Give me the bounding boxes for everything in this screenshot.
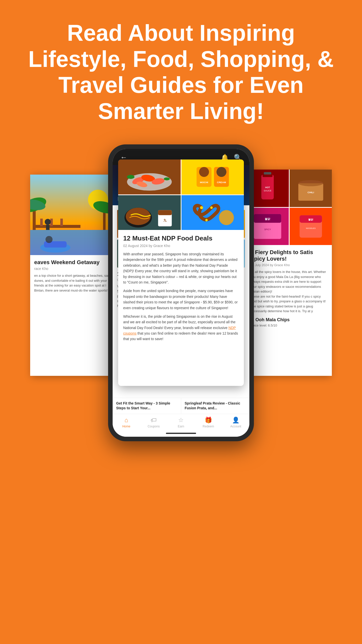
svg-rect-6 [60, 219, 63, 226]
bottom-strip-title-2: Springleaf Prata Review - Classic Fusion… [185, 401, 246, 411]
svg-rect-36 [158, 210, 172, 215]
svg-rect-46 [264, 172, 271, 175]
svg-point-23 [127, 175, 134, 179]
redeem-icon: 🎁 [205, 417, 212, 424]
card-right-title: 7 Fiery Delights to Satis Spicy Lovers! [250, 249, 328, 262]
ndp-coupons-link[interactable]: NDP coupons [123, 326, 236, 335]
card-middle-text-p3: Whichever it is, the pride of being Sing… [123, 314, 239, 342]
card-left-title: eaves Weekend Getaway [34, 259, 112, 266]
card-middle-img-3: 九 [118, 195, 181, 230]
svg-text:CHILI: CHILI [307, 191, 314, 194]
card-middle-img-4 [182, 195, 244, 230]
svg-text:MOCHI: MOCHI [200, 181, 208, 184]
card-right-img-4: 불닭 NOODLES [290, 208, 332, 245]
card-left-author: race Kho [34, 267, 112, 271]
earn-icon: ☆ [178, 417, 184, 424]
bottom-strip: Get Fit the Smart Way - 3 Simple Steps t… [113, 398, 249, 414]
card-right-subtitle: 1. Ooh Mala Chips [250, 317, 328, 323]
home-label: Home [122, 425, 130, 428]
card-right-text-3: The spice rating stated below is just a … [250, 304, 328, 314]
bottom-strip-title-1: Get Fit the Smart Way - 3 Simple Steps t… [116, 401, 177, 411]
card-left-image [30, 175, 116, 255]
account-icon: 👤 [232, 417, 240, 424]
card-middle-body: 12 Must-Eat NDP Food Deals 02 August 202… [118, 230, 244, 349]
svg-text:SPICY: SPICY [264, 228, 271, 231]
svg-point-39 [200, 206, 203, 209]
svg-point-28 [199, 167, 209, 177]
earn-label: Earn [178, 425, 184, 428]
card-right-text-1: To all the spicy lovers in the house, th… [250, 269, 328, 294]
svg-point-42 [219, 210, 234, 225]
card-middle-date: 02 August 2024 by Grace Kho [123, 244, 239, 248]
svg-point-24 [164, 177, 170, 180]
svg-rect-25 [182, 159, 244, 194]
bottom-strip-item-1[interactable]: Get Fit the Smart Way - 3 Simple Steps t… [113, 398, 181, 414]
home-indicator [113, 430, 249, 437]
phone-bottom-nav: ⌂ Home 🏷 Coupons ☆ Earn 🎁 [113, 414, 249, 430]
svg-point-40 [210, 206, 213, 209]
card-right-img-2: CHILI [290, 170, 332, 207]
card-right-date: 25 July 2024 by Grace Kho [250, 263, 328, 267]
nav-item-earn[interactable]: ☆ Earn [167, 417, 195, 428]
hero-section: Read About Inspiring Lifestyle, Food, Sh… [0, 0, 362, 139]
svg-rect-2 [30, 230, 116, 255]
home-icon: ⌂ [124, 417, 128, 424]
svg-point-41 [205, 219, 208, 221]
hero-title: Read About Inspiring Lifestyle, Food, Sh… [25, 20, 337, 124]
account-label: Account [230, 425, 241, 428]
svg-rect-4 [40, 219, 43, 226]
nav-item-redeem[interactable]: 🎁 Redeem [195, 417, 222, 428]
card-middle-grid: MOCHI CREAM [118, 159, 244, 230]
card-middle-text-p2: Aside from the united spirit bonding the… [123, 288, 239, 311]
redeem-label: Redeem [203, 425, 214, 428]
svg-point-29 [216, 167, 227, 177]
card-right-spice-level: Spice level: 6.5/10 [250, 324, 328, 327]
home-bar [166, 433, 196, 434]
svg-text:불닭: 불닭 [265, 217, 270, 220]
card-middle-title: 12 Must-Eat NDP Food Deals [123, 234, 239, 242]
svg-text:불닭: 불닭 [308, 218, 313, 221]
card-left-body: eaves Weekend Getaway race Kho en a top … [30, 255, 116, 297]
card-middle-img-2: MOCHI CREAM [182, 159, 244, 194]
svg-rect-38 [182, 195, 244, 230]
bottom-strip-item-2[interactable]: Springleaf Prata Review - Classic Fusion… [181, 398, 250, 414]
card-right-text-2: These are not for the faint-hearted! If … [250, 294, 328, 304]
svg-text:HOT: HOT [265, 186, 270, 189]
card-right-grid: HOT SAUCE CHILI [246, 170, 332, 245]
card-middle[interactable]: MOCHI CREAM [118, 159, 244, 386]
svg-point-52 [298, 180, 323, 186]
svg-text:NOODLES: NOODLES [306, 227, 315, 229]
svg-point-12 [45, 219, 51, 225]
svg-text:CREAM: CREAM [217, 181, 226, 184]
card-left-text: en a top choice for a short getaway, al … [34, 273, 112, 293]
card-right[interactable]: HOT SAUCE CHILI [246, 170, 332, 376]
svg-text:SAUCE: SAUCE [264, 189, 272, 192]
nav-item-account[interactable]: 👤 Account [222, 417, 249, 428]
coupons-icon: 🏷 [151, 417, 157, 424]
phone-area: eaves Weekend Getaway race Kho en a top … [0, 139, 362, 567]
coupons-label: Coupons [148, 425, 160, 428]
card-left[interactable]: eaves Weekend Getaway race Kho en a top … [30, 175, 116, 376]
svg-rect-13 [46, 225, 50, 230]
card-middle-img-1 [118, 159, 181, 194]
nav-item-home[interactable]: ⌂ Home [113, 417, 140, 428]
card-right-body: 7 Fiery Delights to Satis Spicy Lovers! … [246, 245, 332, 331]
svg-point-16 [46, 236, 53, 243]
nav-item-coupons[interactable]: 🏷 Coupons [140, 417, 167, 428]
svg-text:九: 九 [163, 218, 167, 222]
bottom-orange-padding [0, 567, 362, 642]
card-middle-text-p1: With another year passed, Singapore has … [123, 251, 239, 285]
